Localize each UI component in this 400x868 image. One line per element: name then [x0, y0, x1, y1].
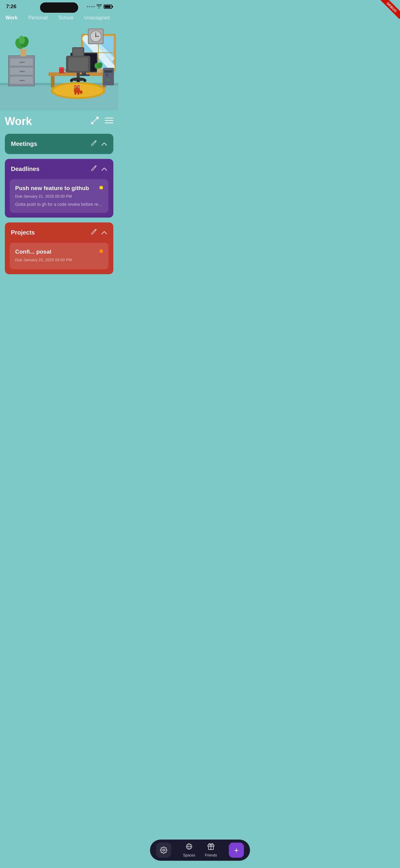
svg-line-67	[95, 117, 98, 120]
task-header-partial: Confi... posal	[15, 248, 103, 256]
svg-rect-64	[104, 70, 113, 73]
task-description: Gotta push to gh for a code review befor…	[15, 202, 103, 208]
status-time: 7:26	[6, 4, 17, 10]
deadlines-section: Deadlines Push new feature to github	[5, 159, 113, 218]
signal-icon	[87, 6, 94, 7]
deadlines-title: Deadlines	[11, 165, 39, 173]
svg-rect-35	[78, 74, 90, 76]
office-scene	[0, 25, 118, 110]
meetings-collapse-icon[interactable]	[101, 141, 107, 147]
task-title: Push new feature to github	[15, 185, 99, 192]
tab-work[interactable]: Work	[0, 14, 23, 22]
wifi-icon	[96, 4, 102, 9]
battery-icon	[104, 4, 112, 9]
category-tabs: Work Personal School Unassigned Creat...	[0, 11, 118, 25]
meetings-header: Meetings	[5, 134, 113, 154]
projects-actions	[90, 228, 107, 237]
deadlines-actions	[90, 165, 107, 173]
meetings-actions	[90, 140, 107, 148]
work-header: Work	[5, 110, 113, 134]
svg-line-73	[95, 166, 95, 167]
svg-rect-40	[59, 67, 64, 69]
meetings-title: Meetings	[11, 141, 37, 147]
svg-line-68	[91, 121, 94, 124]
deadlines-edit-icon[interactable]	[90, 165, 97, 173]
task-header: Push new feature to github	[15, 185, 103, 192]
svg-point-15	[95, 36, 96, 37]
svg-rect-30	[51, 76, 55, 88]
svg-rect-21	[20, 62, 25, 63]
projects-header: Projects	[5, 222, 113, 243]
task-status-dot-partial	[99, 249, 103, 253]
svg-rect-60	[78, 92, 79, 95]
task-title-partial: Confi... posal	[15, 248, 99, 256]
dynamic-island	[40, 2, 78, 13]
status-icons	[87, 4, 112, 9]
svg-rect-24	[21, 50, 26, 56]
svg-point-47	[70, 79, 73, 82]
projects-collapse-icon[interactable]	[101, 229, 107, 236]
projects-section: Projects Confi... posal	[5, 222, 113, 274]
svg-rect-65	[106, 74, 108, 76]
header-actions	[91, 117, 113, 126]
svg-rect-23	[20, 80, 25, 81]
content-area: Work Meetings	[0, 110, 118, 309]
deadlines-header: Deadlines	[5, 159, 113, 179]
task-due-date-partial: Due January 23, 2025 03:00 PM	[15, 257, 103, 262]
svg-rect-42	[68, 58, 88, 71]
projects-edit-icon[interactable]	[90, 228, 97, 237]
tab-unassigned[interactable]: Unassigned	[79, 14, 115, 22]
task-card-project-partial[interactable]: Confi... posal Due January 23, 2025 03:0…	[10, 243, 109, 269]
tab-school[interactable]: School	[53, 14, 79, 22]
svg-rect-34	[82, 72, 86, 75]
meetings-section: Meetings	[5, 134, 113, 154]
svg-line-72	[95, 141, 95, 142]
deadlines-collapse-icon[interactable]	[101, 165, 107, 173]
svg-point-49	[83, 79, 86, 82]
svg-line-74	[95, 230, 95, 230]
task-card-push-github[interactable]: Push new feature to github Due January 2…	[10, 179, 109, 213]
menu-icon[interactable]	[105, 117, 113, 126]
status-bar: 7:26	[0, 0, 118, 11]
svg-rect-59	[75, 92, 76, 95]
svg-rect-44	[73, 49, 83, 56]
task-due-date: Due January 21, 2025 05:00 PM	[15, 194, 103, 198]
svg-rect-22	[20, 71, 25, 72]
svg-rect-58	[77, 88, 77, 89]
svg-rect-25	[20, 49, 27, 51]
svg-rect-61	[75, 87, 76, 88]
task-status-dot	[99, 186, 103, 189]
projects-title: Projects	[11, 229, 35, 236]
expand-icon[interactable]	[91, 117, 99, 126]
meetings-edit-icon[interactable]	[90, 140, 97, 148]
tab-create[interactable]: Creat...	[115, 14, 118, 22]
svg-rect-62	[78, 87, 79, 88]
tab-personal[interactable]: Personal	[23, 14, 53, 22]
page-title: Work	[5, 115, 32, 128]
svg-point-66	[107, 79, 109, 81]
